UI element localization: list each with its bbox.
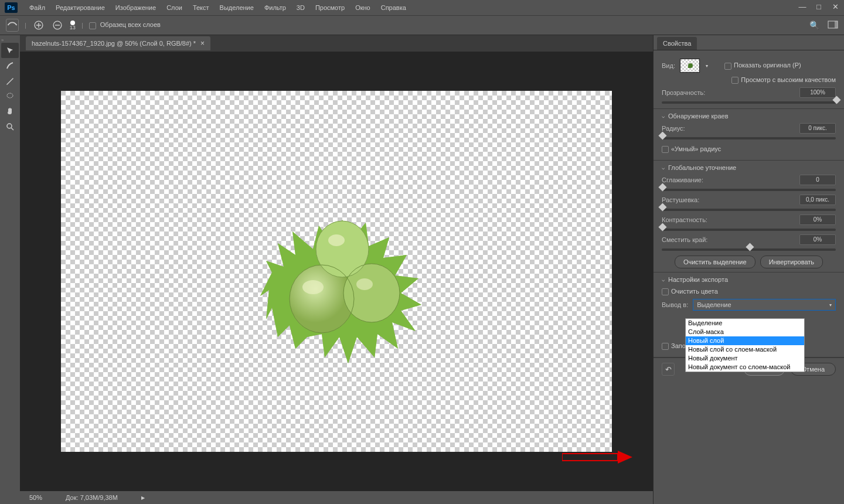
workspace-icon[interactable] [828, 21, 838, 30]
high-quality-checkbox[interactable]: Просмотр с высоким качеством [731, 76, 836, 84]
app-logo: Ps [5, 2, 18, 13]
smooth-slider[interactable] [662, 189, 836, 191]
output-option-layer-mask[interactable]: Слой-маска [686, 328, 804, 336]
section-global-refine[interactable]: ⌵Глобальное уточнение [662, 164, 836, 171]
window-minimize-icon[interactable]: — [798, 2, 806, 11]
subtract-mode-icon[interactable] [51, 19, 64, 32]
section-edge-detection[interactable]: ⌵Обнаружение краев [662, 113, 836, 120]
tool-refine-brush[interactable] [1, 58, 19, 73]
menu-help[interactable]: Справка [376, 2, 411, 13]
menu-view[interactable]: Просмотр [311, 2, 349, 13]
canvas[interactable] [61, 91, 612, 452]
sample-all-layers-checkbox[interactable]: Образец всех слоев [89, 21, 161, 29]
properties-panel: Свойства Вид: ▾ Показать оригинал (P) Пр… [653, 35, 844, 504]
window-close-icon[interactable]: ✕ [831, 2, 839, 11]
search-icon[interactable]: 🔍 [809, 21, 819, 30]
menu-file[interactable]: Файл [25, 2, 50, 13]
radius-slider[interactable] [662, 137, 836, 139]
smart-radius-checkbox[interactable]: «Умный» радиус [662, 145, 721, 153]
svg-point-5 [7, 124, 12, 128]
menu-text[interactable]: Текст [188, 2, 214, 13]
tab-properties[interactable]: Свойства [657, 37, 697, 50]
close-icon[interactable]: × [200, 39, 205, 47]
show-original-checkbox[interactable]: Показать оригинал (P) [724, 62, 801, 69]
shift-slider[interactable] [662, 248, 836, 251]
shift-value[interactable]: 0% [799, 234, 836, 245]
opacity-label: Прозрачность: [662, 89, 705, 96]
section-export-settings[interactable]: ⌵Настройки экспорта [662, 276, 836, 283]
svg-point-4 [7, 93, 13, 98]
tool-quick-select[interactable] [1, 43, 19, 58]
output-option-new-layer[interactable]: Новый слой [686, 336, 804, 345]
toolbar: » [0, 35, 20, 504]
contrast-label: Контрастность: [662, 216, 707, 223]
output-option-new-document[interactable]: Новый документ [686, 354, 804, 363]
feather-label: Растушевка: [662, 196, 699, 203]
brush-size[interactable]: 13 [70, 21, 76, 30]
checkbox-icon [89, 22, 96, 29]
clear-selection-button[interactable]: Очистить выделение [675, 256, 755, 268]
radius-value[interactable]: 0 пикс. [799, 123, 836, 134]
menu-filter[interactable]: Фильтр [260, 2, 291, 13]
zoom-level[interactable]: 50% [29, 494, 42, 501]
menubar: Ps Файл Редактирование Изображение Слои … [0, 0, 844, 15]
menu-select[interactable]: Выделение [215, 2, 258, 13]
decontaminate-checkbox[interactable]: Очистить цвета [662, 288, 718, 295]
tool-lasso[interactable] [1, 88, 19, 104]
tool-zoom[interactable] [1, 119, 19, 134]
output-option-new-document-mask[interactable]: Новый документ со слоем-маской [686, 363, 804, 372]
svg-rect-16 [562, 454, 618, 461]
doc-info: Док: 7,03M/9,38M [66, 494, 118, 501]
invert-button[interactable]: Инвертировать [760, 256, 823, 268]
output-option-selection[interactable]: Выделение [686, 319, 804, 328]
tool-hand[interactable] [1, 104, 19, 119]
view-thumbnail[interactable] [680, 59, 700, 73]
document-tab[interactable]: hazelnuts-1574367_1920.jpg @ 50% (Слой 0… [26, 36, 210, 50]
opacity-slider[interactable] [662, 101, 836, 104]
add-mode-icon[interactable] [32, 19, 45, 32]
reset-button[interactable]: ↶ [662, 363, 675, 376]
tool-brush[interactable] [1, 73, 19, 88]
svg-point-15 [356, 278, 373, 290]
annotation-arrow [562, 451, 632, 464]
feather-value[interactable]: 0,0 пикс. [799, 195, 836, 205]
feather-slider[interactable] [662, 209, 836, 211]
output-label: Вывод в: [662, 301, 688, 308]
view-label: Вид: [662, 62, 675, 69]
tool-preset-icon[interactable] [6, 19, 19, 32]
canvas-image [237, 161, 460, 384]
menu-3d[interactable]: 3D [292, 2, 309, 13]
smooth-label: Сглаживание: [662, 176, 703, 183]
menu-edit[interactable]: Редактирование [51, 2, 110, 13]
menu-layers[interactable]: Слои [162, 2, 187, 13]
window-maximize-icon[interactable]: □ [815, 2, 823, 11]
options-bar: | 13 | Образец всех слоев 🔍 [0, 15, 844, 35]
svg-point-14 [328, 234, 345, 246]
document-tabbar: hazelnuts-1574367_1920.jpg @ 50% (Слой 0… [20, 35, 653, 52]
status-bar: 50% Док: 7,03M/9,38M ▶ [20, 491, 653, 504]
contrast-slider[interactable] [662, 229, 836, 231]
radius-label: Радиус: [662, 125, 685, 132]
output-dropdown-list[interactable]: Выделение Слой-маска Новый слой Новый сл… [685, 318, 805, 372]
menu-window[interactable]: Окно [350, 2, 375, 13]
svg-point-13 [302, 280, 324, 294]
smooth-value[interactable]: 0 [799, 175, 836, 185]
output-option-new-layer-mask[interactable]: Новый слой со слоем-маской [686, 345, 804, 354]
menu-image[interactable]: Изображение [111, 2, 161, 13]
opacity-value[interactable]: 100% [799, 87, 836, 98]
output-dropdown[interactable]: Выделение▾ [693, 299, 836, 311]
svg-rect-3 [835, 21, 838, 28]
svg-marker-17 [618, 451, 632, 464]
contrast-value[interactable]: 0% [799, 214, 836, 225]
shift-label: Сместить край: [662, 236, 707, 243]
